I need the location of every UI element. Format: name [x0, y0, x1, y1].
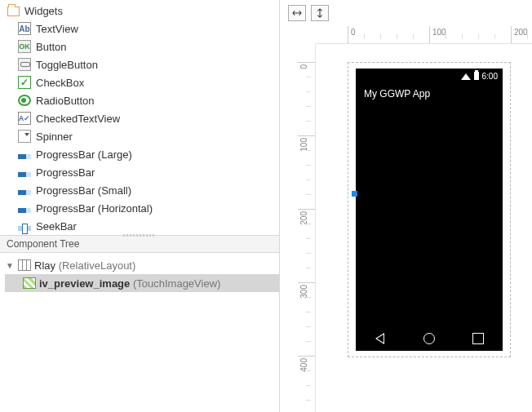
palette-item-label: RadioButton — [36, 95, 95, 107]
palette-item-label: CheckedTextView — [36, 113, 120, 125]
palette-item-label: ProgressBar — [36, 166, 95, 179]
wifi-icon — [461, 73, 471, 80]
palette-item-label: ProgressBar (Large) — [36, 148, 132, 161]
palette-item-checkbox[interactable]: ✓CheckBox — [18, 73, 279, 91]
battery-icon — [474, 72, 479, 80]
component-tree: ▼ Rlay (RelativeLayout) iv_preview_image… — [0, 253, 279, 412]
selection-handle[interactable] — [352, 191, 357, 197]
nav-home-icon — [423, 333, 435, 344]
status-time: 6:00 — [482, 72, 498, 81]
component-tree-title: Component Tree — [0, 235, 279, 253]
palette-item-checkedtextview[interactable]: A✓CheckedTextView — [18, 109, 279, 127]
left-panel: Widgets AbTextViewOKButtonToggleButton✓C… — [0, 0, 280, 412]
ruler-h-tick: 0 — [351, 28, 356, 37]
tree-row-root[interactable]: ▼ Rlay (RelativeLayout) — [5, 256, 279, 274]
horizontal-ruler: 0100200 — [316, 26, 532, 44]
design-canvas-panel: 0100200 0100200300400 6:00 My GGWP App — [280, 0, 532, 412]
folder-icon — [7, 4, 20, 17]
palette-item-progressbar[interactable]: ProgressBar — [18, 163, 279, 181]
togglebutton-icon — [18, 58, 31, 71]
device-preview[interactable]: 6:00 My GGWP App — [356, 69, 503, 351]
vertical-ruler: 0100200300400 — [298, 44, 316, 412]
app-title: My GGWP App — [356, 83, 503, 100]
palette-item-label: SeekBar — [36, 220, 77, 233]
nav-recent-icon — [472, 333, 484, 344]
tree-row-label: Rlay (RelativeLayout) — [34, 259, 135, 272]
progressbar-icon — [18, 172, 31, 177]
design-canvas[interactable]: 6:00 My GGWP App — [316, 44, 532, 412]
canvas-toolbar — [288, 5, 329, 21]
progressbar-small-icon — [18, 190, 31, 195]
palette-item-label: ToggleButton — [36, 59, 98, 71]
android-nav-bar — [356, 326, 503, 351]
radiobutton-icon — [18, 95, 31, 106]
palette-item-progressbar-small[interactable]: ProgressBar (Small) — [18, 181, 279, 199]
status-bar: 6:00 — [356, 69, 503, 83]
palette-item-togglebutton[interactable]: ToggleButton — [18, 55, 279, 73]
palette-item-progressbar-horizontal[interactable]: ProgressBar (Horizontal) — [18, 199, 279, 217]
checkbox-icon: ✓ — [18, 76, 31, 89]
palette-item-seekbar[interactable]: SeekBar — [18, 217, 279, 235]
ruler-h-tick: 200 — [514, 28, 528, 37]
imageview-icon — [23, 277, 36, 289]
palette-item-label: Button — [36, 41, 67, 53]
palette-item-label: ProgressBar (Small) — [36, 184, 131, 197]
palette-item-spinner[interactable]: Spinner — [18, 127, 279, 145]
widget-palette: Widgets AbTextViewOKButtonToggleButton✓C… — [0, 0, 279, 235]
palette-item-label: Spinner — [36, 131, 73, 143]
tree-row-label: iv_preview_image (TouchImageView) — [39, 277, 220, 290]
ruler-v-tick: 0 — [299, 64, 308, 69]
palette-item-radiobutton[interactable]: RadioButton — [18, 91, 279, 109]
button-icon: OK — [18, 40, 31, 53]
palette-item-progressbar-large[interactable]: ProgressBar (Large) — [18, 145, 279, 163]
tree-row-child[interactable]: iv_preview_image (TouchImageView) — [5, 274, 279, 292]
palette-item-textview[interactable]: AbTextView — [18, 20, 279, 38]
textview-icon: Ab — [18, 22, 31, 35]
nav-back-icon — [375, 333, 386, 344]
spinner-icon — [18, 130, 31, 143]
palette-item-label: ProgressBar (Horizontal) — [36, 202, 153, 215]
palette-item-button[interactable]: OKButton — [18, 38, 279, 55]
palette-group-widgets[interactable]: Widgets — [7, 2, 279, 20]
fit-height-button[interactable] — [311, 5, 329, 21]
disclosure-triangle-icon[interactable]: ▼ — [5, 261, 15, 270]
seekbar-icon — [18, 226, 31, 231]
fit-width-button[interactable] — [288, 5, 306, 21]
checkedtextview-icon: A✓ — [18, 112, 31, 125]
progressbar-horizontal-icon — [18, 208, 31, 213]
palette-item-label: CheckBox — [36, 77, 84, 89]
ruler-h-tick: 100 — [432, 28, 446, 37]
progressbar-large-icon — [18, 154, 31, 159]
palette-group-label: Widgets — [24, 5, 63, 17]
palette-item-label: TextView — [36, 23, 78, 35]
layout-icon — [18, 259, 31, 271]
